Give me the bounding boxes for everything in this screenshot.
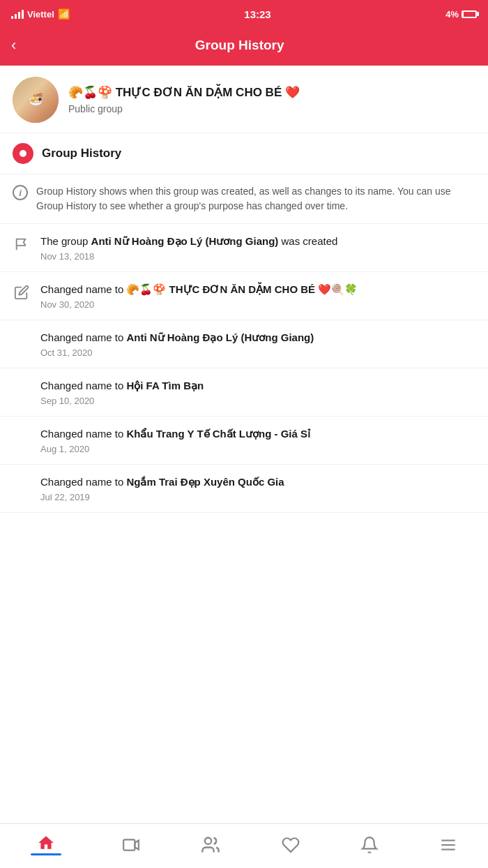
- group-info: 🍜 🥐🍒🍄 THỰC ĐƠN ĂN DẶM CHO BÉ ❤️ Public g…: [0, 66, 488, 133]
- entry-text-rename-4: Changed name to Khẩu Trang Y Tế Chất Lượ…: [40, 426, 310, 441]
- history-entry-rename-2: Changed name to Anti Nữ Hoàng Đạo Lý (Hư…: [0, 320, 488, 368]
- entry-content-rename-2: Changed name to Anti Nữ Hoàng Đạo Lý (Hư…: [40, 330, 314, 358]
- heart-icon: [282, 836, 300, 854]
- history-entry-rename-3: Changed name to Hội FA Tìm Bạn Sep 10, 2…: [0, 368, 488, 417]
- group-name: 🥐🍒🍄 THỰC ĐƠN ĂN DẶM CHO BÉ ❤️: [68, 85, 300, 100]
- entry-content-rename-3: Changed name to Hội FA Tìm Bạn Sep 10, 2…: [40, 378, 204, 406]
- friends-icon: [201, 835, 220, 855]
- edit-icon-2: [13, 331, 31, 350]
- nav-home[interactable]: [20, 831, 73, 858]
- svg-point-1: [205, 837, 211, 844]
- info-text: Group History shows when this group was …: [36, 184, 475, 214]
- avatar-image: 🍜: [13, 77, 59, 123]
- entry-date-rename-4: Aug 1, 2020: [40, 444, 310, 454]
- entry-text-rename-3: Changed name to Hội FA Tìm Bạn: [40, 378, 204, 393]
- entry-text-rename-2: Changed name to Anti Nữ Hoàng Đạo Lý (Hư…: [40, 330, 314, 345]
- info-note: i Group History shows when this group wa…: [0, 174, 488, 224]
- entry-date-rename-3: Sep 10, 2020: [40, 396, 204, 406]
- clock-icon: [20, 150, 26, 157]
- nav-menu[interactable]: [428, 833, 468, 857]
- entry-content-rename-5: Changed name to Ngắm Trai Đẹp Xuyên Quốc…: [40, 474, 284, 502]
- back-button[interactable]: ‹: [11, 36, 16, 54]
- nav-likes[interactable]: [270, 833, 311, 857]
- edit-icon-1: [13, 283, 31, 301]
- nav-friends[interactable]: [190, 832, 231, 858]
- history-entry-rename-4: Changed name to Khẩu Trang Y Tế Chất Lượ…: [0, 417, 488, 465]
- header: ‹ Group History: [0, 28, 488, 66]
- bottom-nav: [0, 823, 488, 868]
- status-carrier: Viettel 📶: [11, 8, 70, 20]
- signal-icon: [11, 9, 24, 19]
- group-avatar: 🍜: [13, 77, 59, 123]
- entry-text-created: The group Anti Nữ Hoàng Đạo Lý (Hương Gi…: [40, 234, 337, 248]
- svg-rect-0: [123, 839, 135, 850]
- entry-text-rename-1: Changed name to 🥐🍒🍄 THỰC ĐƠN ĂN DẶM CHO …: [40, 282, 358, 297]
- edit-icon-5: [13, 476, 31, 494]
- group-text: 🥐🍒🍄 THỰC ĐƠN ĂN DẶM CHO BÉ ❤️ Public gro…: [68, 85, 300, 114]
- section-header: Group History: [0, 133, 488, 174]
- bell-icon: [360, 836, 379, 854]
- section-icon: [13, 143, 33, 164]
- nav-notifications[interactable]: [349, 833, 390, 857]
- entry-text-rename-5: Changed name to Ngắm Trai Đẹp Xuyên Quốc…: [40, 474, 284, 489]
- nav-video[interactable]: [111, 833, 151, 857]
- history-entry-rename-1: Changed name to 🥐🍒🍄 THỰC ĐƠN ĂN DẶM CHO …: [0, 272, 488, 320]
- status-battery: 4%: [445, 9, 477, 20]
- entry-date-rename-1: Nov 30, 2020: [40, 299, 358, 310]
- section-title: Group History: [42, 147, 121, 160]
- info-icon: i: [13, 185, 28, 200]
- status-bar: Viettel 📶 13:23 4%: [0, 0, 488, 28]
- history-entry-rename-5: Changed name to Ngắm Trai Đẹp Xuyên Quốc…: [0, 465, 488, 513]
- nav-active-indicator: [31, 853, 61, 855]
- entry-date-rename-2: Oct 31, 2020: [40, 347, 314, 358]
- entry-date-created: Nov 13, 2018: [40, 251, 337, 262]
- group-type: Public group: [68, 103, 300, 114]
- history-entry-created: The group Anti Nữ Hoàng Đạo Lý (Hương Gi…: [0, 224, 488, 272]
- edit-icon-3: [13, 380, 31, 398]
- battery-icon: [462, 10, 477, 18]
- history-list: The group Anti Nữ Hoàng Đạo Lý (Hương Gi…: [0, 224, 488, 513]
- menu-icon: [439, 836, 457, 854]
- entry-date-rename-5: Jul 22, 2019: [40, 492, 284, 502]
- entry-content-created: The group Anti Nữ Hoàng Đạo Lý (Hương Gi…: [40, 234, 337, 262]
- home-icon: [37, 834, 55, 852]
- entry-content-rename-1: Changed name to 🥐🍒🍄 THỰC ĐƠN ĂN DẶM CHO …: [40, 282, 358, 310]
- status-time: 13:23: [244, 8, 270, 20]
- edit-icon-4: [13, 428, 31, 446]
- entry-content-rename-4: Changed name to Khẩu Trang Y Tế Chất Lượ…: [40, 426, 310, 454]
- flag-icon: [13, 235, 31, 253]
- wifi-icon: 📶: [58, 8, 70, 20]
- header-title: Group History: [27, 38, 452, 53]
- video-icon: [122, 836, 140, 854]
